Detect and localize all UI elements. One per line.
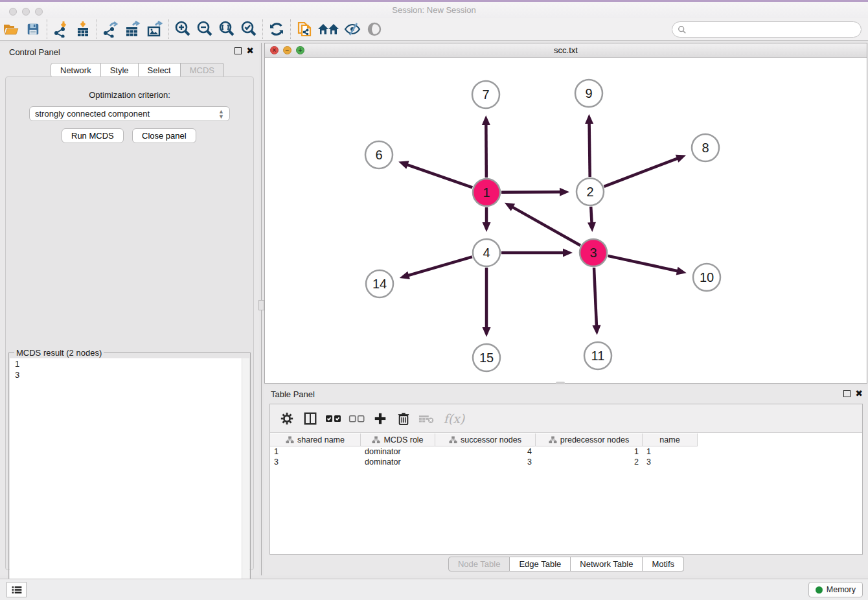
- close-panel-icon[interactable]: ✖: [246, 47, 254, 54]
- graph-edge[interactable]: [589, 122, 590, 177]
- tab-node-table[interactable]: Node Table: [448, 557, 510, 571]
- zoom-network-icon[interactable]: +: [296, 46, 304, 54]
- export-table-button[interactable]: [122, 19, 144, 39]
- table-cell: 3: [270, 457, 361, 468]
- show-column-button[interactable]: [300, 408, 321, 429]
- add-column-button[interactable]: [370, 408, 391, 429]
- graph-node-label: 4: [483, 246, 490, 260]
- zoom-fit-button[interactable]: [216, 19, 238, 39]
- tab-motifs[interactable]: Motifs: [643, 557, 684, 571]
- hide-graphics-details-button[interactable]: [341, 19, 363, 39]
- network-window-titlebar[interactable]: × − + scc.txt: [265, 43, 867, 58]
- delete-table-icon: [418, 413, 435, 424]
- graph-edge[interactable]: [591, 207, 591, 224]
- column-header-predecessor-nodes[interactable]: predecessor nodes: [536, 433, 643, 446]
- deselect-all-button[interactable]: [347, 408, 367, 429]
- close-panel-button[interactable]: Close panel: [132, 128, 196, 143]
- column-header-name[interactable]: name: [643, 433, 698, 446]
- column-header-shared-name[interactable]: shared name: [270, 433, 361, 446]
- graph-edge-arrowhead: [483, 327, 491, 337]
- close-network-icon[interactable]: ×: [270, 46, 279, 54]
- network-window-controls[interactable]: × − +: [270, 46, 304, 54]
- result-scrollbar[interactable]: [242, 358, 249, 595]
- column-header-successor-nodes[interactable]: successor nodes: [435, 433, 536, 446]
- mcds-result-line: 1: [10, 358, 249, 369]
- node-table-container: f(x) shared name MCDS role successor nod…: [269, 404, 863, 555]
- graph-edge-arrowhead: [400, 271, 410, 279]
- float-table-panel-icon[interactable]: [843, 390, 851, 397]
- open-file-button[interactable]: [0, 19, 22, 39]
- run-mcds-button[interactable]: Run MCDS: [62, 128, 124, 143]
- fx-icon: f(x): [444, 411, 465, 426]
- select-all-button[interactable]: [323, 408, 344, 429]
- minimize-window-icon[interactable]: [22, 8, 30, 16]
- open-folder-icon: [3, 21, 19, 37]
- table-cell: 3: [643, 457, 698, 468]
- graph-edge[interactable]: [501, 192, 561, 192]
- eye-slash-icon: [343, 21, 361, 37]
- network-graph[interactable]: 7968124314101511: [265, 58, 867, 383]
- graph-edge[interactable]: [604, 158, 678, 187]
- graph-edge[interactable]: [486, 124, 486, 178]
- toolbar-separator: [47, 19, 47, 39]
- duplicate-network-icon: [296, 20, 313, 38]
- network-list-button[interactable]: [6, 582, 27, 597]
- column-type-icon: [286, 436, 294, 444]
- import-network-button[interactable]: [50, 19, 72, 39]
- close-window-icon[interactable]: [9, 8, 17, 16]
- tab-style[interactable]: Style: [101, 63, 139, 78]
- panel-divider-handle[interactable]: [258, 300, 264, 310]
- table-settings-button[interactable]: [277, 408, 297, 429]
- table-panel-tabs: Node Table Edge Table Network Table Moti…: [264, 557, 868, 571]
- optimization-criterion-select[interactable]: strongly connected component ▲▼: [29, 106, 230, 121]
- graph-node-label: 10: [700, 270, 714, 284]
- export-image-button[interactable]: [144, 19, 166, 39]
- graph-node-label: 11: [591, 349, 605, 363]
- tab-edge-table[interactable]: Edge Table: [510, 557, 571, 571]
- table-row[interactable]: 1dominator411: [270, 447, 862, 457]
- show-graphics-details-button[interactable]: [363, 19, 385, 39]
- minimize-network-icon[interactable]: −: [283, 46, 291, 54]
- float-panel-icon[interactable]: [234, 47, 242, 54]
- graph-edge[interactable]: [608, 256, 678, 271]
- save-session-button[interactable]: [22, 19, 44, 39]
- export-table-icon: [124, 21, 142, 38]
- function-builder-button[interactable]: f(x): [440, 408, 468, 429]
- new-network-from-selection-button[interactable]: [293, 19, 315, 39]
- tab-network-table[interactable]: Network Table: [571, 557, 643, 571]
- graph-node-label: 15: [479, 351, 494, 365]
- mcds-panel: Optimization criterion: strongly connect…: [5, 76, 254, 570]
- zoom-in-button[interactable]: [172, 19, 194, 39]
- graph-edge[interactable]: [594, 268, 597, 327]
- search-input[interactable]: [687, 25, 861, 34]
- column-header-mcds-role[interactable]: MCDS role: [361, 433, 435, 446]
- memory-button[interactable]: Memory: [808, 582, 863, 597]
- toolbar-separator: [290, 19, 291, 39]
- table-row[interactable]: 3dominator323: [270, 457, 862, 468]
- columns-icon: [303, 411, 317, 426]
- mcds-result-list[interactable]: 1 3: [10, 358, 249, 595]
- tab-select[interactable]: Select: [139, 63, 181, 78]
- node-table-body: 1dominator4113dominator323: [270, 447, 862, 468]
- zoom-out-button[interactable]: [194, 19, 216, 39]
- close-table-panel-icon[interactable]: ✖: [855, 390, 863, 397]
- zoom-window-icon[interactable]: [35, 8, 43, 16]
- delete-table-button[interactable]: [417, 408, 437, 429]
- graph-node-label: 7: [482, 87, 489, 102]
- import-network-icon: [52, 21, 69, 38]
- delete-column-button[interactable]: [393, 408, 414, 429]
- graph-edge[interactable]: [407, 257, 472, 275]
- main-titlebar[interactable]: Session: New Session: [0, 2, 868, 18]
- zoom-selected-button[interactable]: [238, 19, 260, 39]
- graph-edge[interactable]: [512, 207, 580, 246]
- search-field[interactable]: [672, 21, 862, 38]
- horizontal-divider-handle[interactable]: [556, 382, 565, 384]
- first-neighbors-button[interactable]: [315, 19, 341, 39]
- refresh-view-button[interactable]: [266, 19, 288, 39]
- tab-mcds[interactable]: MCDS: [181, 63, 224, 78]
- tab-network[interactable]: Network: [51, 63, 101, 78]
- main-window-controls[interactable]: [9, 8, 43, 16]
- graph-edge[interactable]: [406, 165, 472, 188]
- import-table-button[interactable]: [72, 19, 94, 39]
- export-network-button[interactable]: [100, 19, 122, 39]
